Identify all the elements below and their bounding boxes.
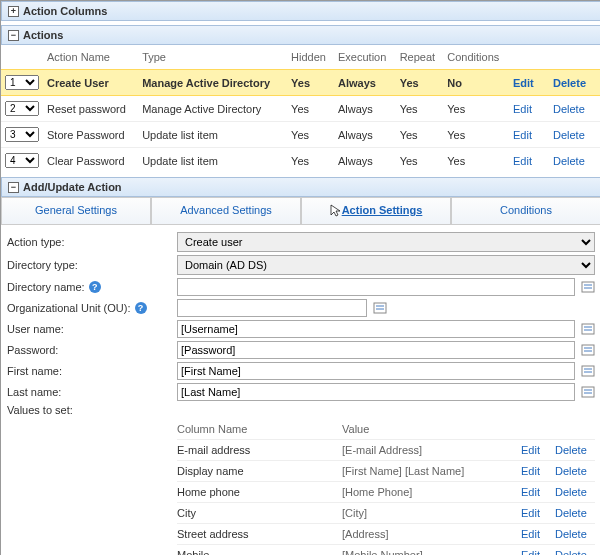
- edit-link[interactable]: Edit: [513, 129, 532, 141]
- delete-link[interactable]: Delete: [553, 155, 585, 167]
- token-picker-icon[interactable]: [373, 301, 387, 315]
- value-column-name: Mobile: [177, 549, 342, 555]
- value-token: [First Name] [Last Name]: [342, 465, 521, 477]
- col-hidden: Hidden: [287, 45, 334, 70]
- values-row: Home phone[Home Phone]EditDelete: [177, 481, 595, 502]
- table-row[interactable]: 3Store PasswordUpdate list itemYesAlways…: [1, 122, 600, 148]
- cell-conditions: Yes: [443, 122, 509, 148]
- values-row: E-mail address[E-mail Address]EditDelete: [177, 439, 595, 460]
- cell-repeat: Yes: [396, 96, 444, 122]
- order-select[interactable]: 1: [5, 75, 39, 90]
- cell-type: Update list item: [138, 122, 287, 148]
- svg-rect-3: [582, 345, 594, 355]
- cell-execution: Always: [334, 122, 396, 148]
- section-add-update[interactable]: − Add/Update Action: [1, 177, 600, 197]
- directory-type-select[interactable]: Domain (AD DS): [177, 255, 595, 275]
- order-select[interactable]: 4: [5, 153, 39, 168]
- cell-hidden: Yes: [287, 70, 334, 96]
- delete-link[interactable]: Delete: [553, 103, 585, 115]
- section-action-columns[interactable]: + Action Columns: [1, 1, 600, 21]
- directory-type-label: Directory type:: [7, 259, 177, 271]
- token-picker-icon[interactable]: [581, 322, 595, 336]
- values-col-value: Value: [342, 423, 595, 435]
- edit-link[interactable]: Edit: [521, 507, 540, 519]
- action-type-label: Action type:: [7, 236, 177, 248]
- tab-general[interactable]: General Settings: [1, 197, 151, 224]
- table-row[interactable]: 2Reset passwordManage Active DirectoryYe…: [1, 96, 600, 122]
- token-picker-icon[interactable]: [581, 280, 595, 294]
- value-column-name: Street address: [177, 528, 342, 540]
- cell-action-name: Reset password: [43, 96, 138, 122]
- password-label: Password:: [7, 344, 177, 356]
- value-token: [City]: [342, 507, 521, 519]
- table-row[interactable]: 1Create UserManage Active DirectoryYesAl…: [1, 70, 600, 96]
- col-execution: Execution: [334, 45, 396, 70]
- tab-conditions[interactable]: Conditions: [451, 197, 600, 224]
- edit-link[interactable]: Edit: [521, 444, 540, 456]
- cell-hidden: Yes: [287, 148, 334, 174]
- order-select[interactable]: 2: [5, 101, 39, 116]
- col-conditions: Conditions: [443, 45, 509, 70]
- section-actions[interactable]: − Actions: [1, 25, 600, 45]
- expand-icon[interactable]: +: [8, 6, 19, 17]
- action-type-select[interactable]: Create user: [177, 232, 595, 252]
- first-name-input[interactable]: [177, 362, 575, 380]
- help-icon[interactable]: ?: [135, 302, 147, 314]
- edit-link[interactable]: Edit: [521, 486, 540, 498]
- value-token: [E-mail Address]: [342, 444, 521, 456]
- cell-repeat: Yes: [396, 148, 444, 174]
- last-name-input[interactable]: [177, 383, 575, 401]
- svg-rect-1: [374, 303, 386, 313]
- delete-link[interactable]: Delete: [555, 465, 587, 477]
- password-input[interactable]: [177, 341, 575, 359]
- delete-link[interactable]: Delete: [555, 444, 587, 456]
- values-row: Mobile[Mobile Number]EditDelete: [177, 544, 595, 555]
- delete-link[interactable]: Delete: [555, 528, 587, 540]
- edit-link[interactable]: Edit: [521, 528, 540, 540]
- tab-advanced[interactable]: Advanced Settings: [151, 197, 301, 224]
- edit-link[interactable]: Edit: [513, 155, 532, 167]
- collapse-icon[interactable]: −: [8, 182, 19, 193]
- delete-link[interactable]: Delete: [555, 486, 587, 498]
- cell-conditions: No: [443, 70, 509, 96]
- help-icon[interactable]: ?: [89, 281, 101, 293]
- cell-hidden: Yes: [287, 96, 334, 122]
- cell-action-name: Create User: [43, 70, 138, 96]
- token-picker-icon[interactable]: [581, 343, 595, 357]
- user-name-input[interactable]: [177, 320, 575, 338]
- ou-input[interactable]: [177, 299, 367, 317]
- delete-link[interactable]: Delete: [553, 77, 586, 89]
- svg-rect-4: [582, 366, 594, 376]
- token-picker-icon[interactable]: [581, 364, 595, 378]
- value-token: [Address]: [342, 528, 521, 540]
- tab-action[interactable]: Action Settings: [301, 197, 451, 224]
- values-to-set-label: Values to set:: [7, 404, 177, 416]
- cell-execution: Always: [334, 70, 396, 96]
- table-row[interactable]: 4Clear PasswordUpdate list itemYesAlways…: [1, 148, 600, 174]
- cell-repeat: Yes: [396, 122, 444, 148]
- cell-conditions: Yes: [443, 96, 509, 122]
- value-token: [Mobile Number]: [342, 549, 521, 555]
- cell-action-name: Store Password: [43, 122, 138, 148]
- token-picker-icon[interactable]: [581, 385, 595, 399]
- delete-link[interactable]: Delete: [555, 549, 587, 555]
- edit-link[interactable]: Edit: [521, 549, 540, 555]
- value-token: [Home Phone]: [342, 486, 521, 498]
- edit-link[interactable]: Edit: [513, 103, 532, 115]
- edit-link[interactable]: Edit: [521, 465, 540, 477]
- value-column-name: City: [177, 507, 342, 519]
- svg-rect-2: [582, 324, 594, 334]
- delete-link[interactable]: Delete: [555, 507, 587, 519]
- directory-name-input[interactable]: [177, 278, 575, 296]
- cell-execution: Always: [334, 148, 396, 174]
- edit-link[interactable]: Edit: [513, 77, 534, 89]
- values-row: Display name[First Name] [Last Name]Edit…: [177, 460, 595, 481]
- order-select[interactable]: 3: [5, 127, 39, 142]
- delete-link[interactable]: Delete: [553, 129, 585, 141]
- svg-rect-0: [582, 282, 594, 292]
- values-col-name: Column Name: [177, 423, 342, 435]
- cell-execution: Always: [334, 96, 396, 122]
- cell-type: Manage Active Directory: [138, 70, 287, 96]
- col-repeat: Repeat: [396, 45, 444, 70]
- collapse-icon[interactable]: −: [8, 30, 19, 41]
